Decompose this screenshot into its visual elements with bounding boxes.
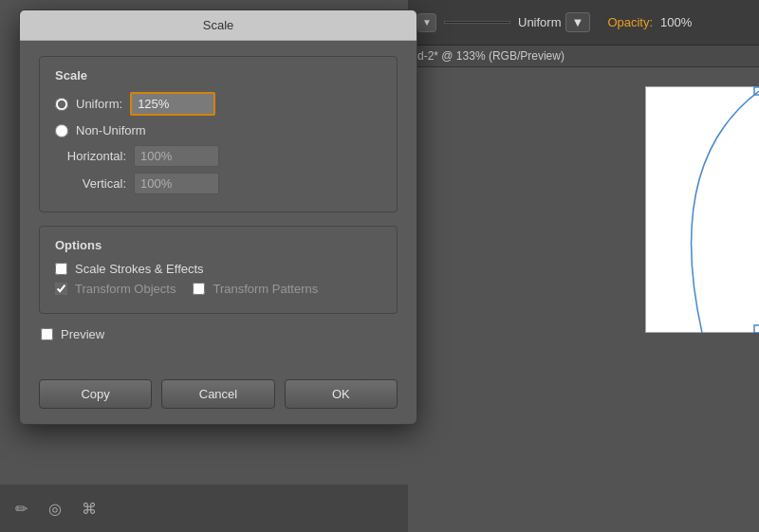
vertical-input[interactable] [134,173,219,194]
uniform-radio[interactable] [55,98,68,111]
options-section-title: Options [55,238,381,252]
transform-objects-label: Transform Objects [75,282,176,296]
toolbar-line-style [444,21,510,24]
dialog-body: Scale Uniform: Non-Uniform Horizontal: V… [20,41,417,372]
uniform-input[interactable] [130,92,215,116]
transform-row: Transform Objects Transform Patterns [55,282,381,296]
transform-patterns-label: Transform Patterns [213,282,318,296]
toolbar: ▼ Uniform ▼ Opacity: 100% [408,0,759,46]
toolbar-uniform-value: ▼ [572,15,584,29]
preview-row: Preview [39,327,398,341]
uniform-radio-label: Uniform: [76,97,122,111]
svg-rect-1 [754,325,759,333]
toolbar-uniform-dropdown[interactable]: ▼ [565,12,591,32]
toolbar-opacity-label: Opacity: [607,15,653,29]
bottom-tools: ✏ ◎ ⌘ [0,485,408,532]
scale-section: Scale Uniform: Non-Uniform Horizontal: V… [39,56,398,212]
transform-objects-checkbox[interactable] [55,283,67,295]
scale-strokes-row: Scale Strokes & Effects [55,262,381,276]
tool-path-icon[interactable]: ⌘ [78,497,101,520]
dialog-title-bar: Scale [20,10,417,41]
canvas-area: d-2* @ 133% (RGB/Preview) [408,46,759,532]
uniform-radio-row: Uniform: [55,92,381,116]
scale-strokes-label: Scale Strokes & Effects [75,262,204,276]
nonuniform-radio-row: Non-Uniform [55,123,381,138]
horizontal-input[interactable] [134,145,219,167]
nonuniform-radio-label: Non-Uniform [76,123,146,138]
vertical-label: Vertical: [55,176,126,191]
preview-label: Preview [61,327,104,341]
dialog-title: Scale [203,18,234,32]
toolbar-opacity-value: 100% [660,15,692,29]
scale-section-title: Scale [55,68,381,83]
transform-patterns-checkbox[interactable] [193,283,205,295]
canvas-tab: d-2* @ 133% (RGB/Preview) [408,46,759,67]
vertical-field-row: Vertical: [55,173,381,194]
cancel-button[interactable]: Cancel [161,379,274,409]
toolbar-uniform-label: Uniform [518,15,562,29]
preview-checkbox[interactable] [41,328,53,340]
tool-pencil-icon[interactable]: ✏ [9,497,32,520]
tool-circle-icon[interactable]: ◎ [44,497,66,520]
scale-strokes-checkbox[interactable] [55,263,67,275]
scale-dialog: Scale Scale Uniform: Non-Uniform Horizon… [19,9,417,425]
options-section: Options Scale Strokes & Effects Transfor… [39,226,398,314]
copy-button[interactable]: Copy [39,379,152,409]
nonuniform-radio[interactable] [55,124,68,138]
horizontal-label: Horizontal: [55,149,126,163]
toolbar-uniform-section: Uniform ▼ [518,12,590,32]
horizontal-field-row: Horizontal: [55,145,381,167]
buttons-row: Copy Cancel OK [20,372,417,424]
canvas-content [408,67,759,529]
ok-button[interactable]: OK [285,379,398,409]
toolbar-arrow-button[interactable]: ▼ [417,13,436,32]
canvas-curve-svg [645,86,759,333]
